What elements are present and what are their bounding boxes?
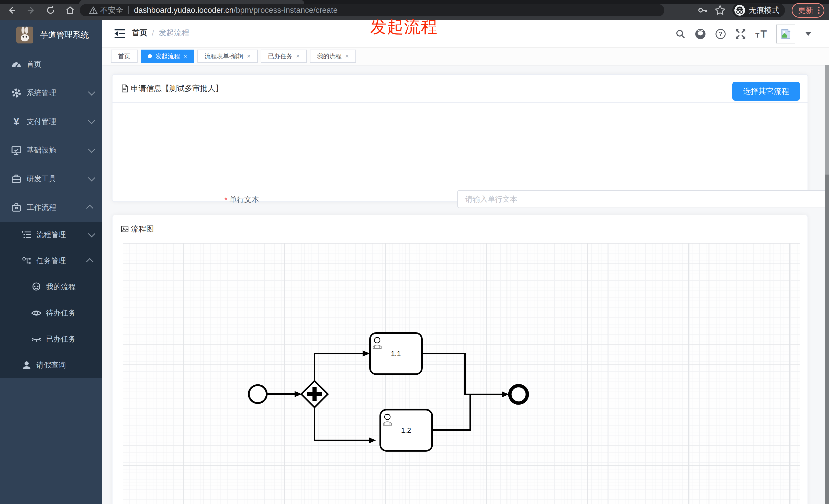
sidebar-item-infra[interactable]: 基础设施: [0, 136, 102, 165]
tree-list-icon: [21, 229, 32, 240]
bpmn-canvas[interactable]: 1.1 1.2: [123, 243, 800, 504]
breadcrumb-home[interactable]: 首页: [132, 28, 147, 38]
sidebar-collapse-icon[interactable]: [114, 28, 126, 39]
sidebar-item-home[interactable]: 首页: [0, 50, 102, 79]
url-bar[interactable]: 不安全 dashboard.yudao.iocoder.cn/bpm/proce…: [80, 4, 664, 16]
tab-form-edit[interactable]: 流程表单-编辑 ×: [197, 49, 258, 63]
tab-home[interactable]: 首页: [111, 49, 138, 63]
back-icon[interactable]: [6, 5, 17, 16]
forward-icon[interactable]: [26, 5, 37, 16]
single-line-text-input[interactable]: [457, 190, 829, 208]
sidebar-item-label: 待办任务: [46, 308, 76, 318]
form-row-text: * 单行文本: [224, 195, 259, 205]
close-icon[interactable]: ×: [296, 53, 300, 60]
gear-icon: [11, 87, 22, 99]
sidebar-item-label: 支付管理: [27, 117, 56, 127]
sidebar-item-label: 系统管理: [27, 88, 56, 98]
fullscreen-icon[interactable]: [735, 28, 746, 40]
workflow-submenu: 流程管理 任务管理 我的流程 待办任务 已办任务 请假: [0, 222, 102, 378]
search-icon[interactable]: [675, 29, 686, 39]
github-icon[interactable]: [694, 28, 706, 40]
app-header: 首页 / 发起流程 ? TT: [102, 20, 829, 47]
sidebar-item-leave-query[interactable]: 请假查询: [0, 352, 102, 378]
briefcase-icon: [11, 202, 22, 213]
font-size-icon[interactable]: TT: [755, 28, 768, 40]
close-icon[interactable]: ×: [184, 53, 187, 60]
rabbit-logo: [16, 27, 33, 43]
monitor-icon: [11, 145, 22, 156]
scrollbar-thumb[interactable]: [825, 65, 829, 175]
sidebar-item-system[interactable]: 系统管理: [0, 79, 102, 107]
task-label: 1.2: [401, 426, 411, 434]
site-security[interactable]: 不安全: [89, 5, 123, 15]
eye-open-icon: [31, 307, 42, 319]
field-label: 单行文本: [229, 195, 259, 205]
bpmn-end-event[interactable]: [510, 386, 527, 403]
key-icon[interactable]: [697, 5, 708, 15]
sidebar-item-process-mgmt[interactable]: 流程管理: [0, 222, 102, 248]
page-scrollbar[interactable]: [825, 65, 829, 504]
sidebar-item-payment[interactable]: ¥ 支付管理: [0, 107, 102, 136]
sidebar-item-label: 工作流程: [27, 202, 56, 212]
tab-label: 首页: [118, 52, 131, 60]
sidebar-item-workflow[interactable]: 工作流程: [0, 193, 102, 222]
robot-icon: [31, 281, 42, 293]
card-title: 流程图: [131, 224, 154, 234]
chevron-up-icon: [86, 258, 93, 265]
update-button[interactable]: 更新: [792, 3, 824, 17]
branch-icon: [21, 255, 32, 267]
image-icon: [121, 225, 129, 233]
annotation-text: 发起流程: [370, 16, 438, 38]
url-path: /bpm/process-instance/create: [234, 6, 338, 15]
sidebar-item-label: 我的流程: [46, 282, 76, 292]
svg-text:T: T: [760, 28, 767, 40]
browser-active-tab[interactable]: [79, 0, 304, 4]
sidebar-item-label: 首页: [27, 59, 41, 70]
home-icon[interactable]: [65, 5, 76, 16]
sidebar-item-todo-tasks[interactable]: 待办任务: [0, 300, 102, 326]
sidebar-item-my-process[interactable]: 我的流程: [0, 274, 102, 300]
sidebar-item-done-tasks[interactable]: 已办任务: [0, 326, 102, 352]
sidebar-item-task-mgmt[interactable]: 任务管理: [0, 248, 102, 274]
star-icon[interactable]: [715, 5, 726, 16]
tab-label: 已办任务: [268, 52, 292, 60]
apply-info-header: 申请信息【测试多审批人】: [112, 75, 807, 103]
help-icon[interactable]: ?: [715, 28, 726, 40]
user-icon: [21, 360, 32, 371]
avatar[interactable]: [776, 25, 795, 43]
apply-info-card: 申请信息【测试多审批人】 选择其它流程 * 单行文本 * 多选框组 选项一 选项…: [112, 74, 808, 202]
caret-down-icon[interactable]: [805, 32, 811, 36]
security-label: 不安全: [100, 5, 123, 15]
chevron-down-icon: [88, 88, 95, 95]
task-label: 1.1: [391, 350, 401, 357]
diagram-header: 流程图: [112, 215, 807, 243]
tab-start-process[interactable]: 发起流程 ×: [141, 49, 194, 63]
incognito-icon: [734, 5, 745, 15]
svg-text:?: ?: [719, 30, 723, 37]
bpmn-parallel-gateway[interactable]: [301, 381, 328, 408]
sidebar-item-label: 流程管理: [36, 230, 66, 240]
close-icon[interactable]: ×: [345, 53, 349, 60]
menu-dots-icon[interactable]: [818, 7, 820, 14]
reload-icon[interactable]: [45, 5, 56, 16]
tab-done-tasks[interactable]: 已办任务 ×: [261, 49, 307, 63]
required-asterisk: *: [224, 196, 227, 204]
bpmn-start-event[interactable]: [249, 385, 267, 403]
close-icon[interactable]: ×: [247, 53, 251, 60]
sidebar-item-label: 研发工具: [27, 174, 56, 184]
chevron-down-icon: [88, 117, 95, 124]
choose-other-process-button[interactable]: 选择其它流程: [732, 82, 800, 101]
bpmn-user-task-1-1[interactable]: 1.1: [370, 333, 422, 374]
process-diagram-card: 流程图: [112, 215, 808, 504]
active-dot-icon: [148, 54, 152, 58]
app-title: 芋道管理系统: [40, 29, 89, 41]
sidebar-item-devtools[interactable]: 研发工具: [0, 165, 102, 193]
bpmn-user-task-1-2[interactable]: 1.2: [380, 410, 432, 451]
tab-my-process[interactable]: 我的流程 ×: [310, 49, 356, 63]
sidebar-item-label: 已办任务: [46, 334, 76, 344]
sidebar-item-label: 基础设施: [27, 145, 56, 155]
view-tabs: 首页 发起流程 × 流程表单-编辑 × 已办任务 × 我的流程 ×: [102, 47, 829, 65]
app-logo-row[interactable]: 芋道管理系统: [0, 20, 102, 50]
bpmn-diagram: 1.1 1.2: [123, 243, 800, 504]
breadcrumb: 首页 / 发起流程: [132, 28, 189, 38]
